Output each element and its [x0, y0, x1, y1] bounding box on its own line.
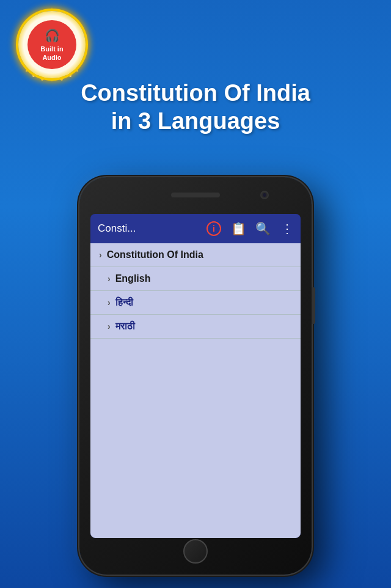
toolbar-title: Consti...	[95, 222, 205, 235]
hindi-label: हिन्दी	[115, 297, 133, 308]
marathi-label: मराठी	[115, 321, 135, 332]
more-icon: ⋮	[281, 221, 294, 236]
main-title: Constitution Of India in 3 Languages	[0, 79, 391, 135]
english-arrow-icon: ›	[108, 274, 111, 284]
tree-root-item[interactable]: › Constitution Of India	[90, 243, 301, 267]
info-icon: i	[206, 221, 221, 236]
title-line1: Constitution Of India	[24, 79, 367, 108]
tree-item-hindi[interactable]: › हिन्दी	[90, 291, 301, 315]
app-screen: Consti... i 📋 🔍	[90, 214, 301, 538]
marathi-arrow-icon: ›	[108, 322, 111, 331]
phone-mockup: Consti... i 📋 🔍	[79, 177, 312, 575]
search-icon-button[interactable]: 🔍	[254, 220, 271, 237]
phone-side-button	[312, 287, 315, 324]
title-line2: in 3 Languages	[24, 108, 367, 136]
search-icon: 🔍	[255, 221, 271, 236]
more-options-button[interactable]: ⋮	[279, 220, 296, 237]
badge-text-line2: Audio	[42, 53, 61, 62]
phone-body: Consti... i 📋 🔍	[79, 177, 312, 575]
toolbar-icons: i 📋 🔍 ⋮	[205, 220, 296, 237]
clipboard-icon-button[interactable]: 📋	[230, 220, 247, 237]
hindi-arrow-icon: ›	[108, 298, 111, 307]
tree-item-english[interactable]: › English	[90, 267, 301, 291]
info-icon-button[interactable]: i	[205, 220, 222, 237]
phone-screen: Consti... i 📋 🔍	[90, 214, 301, 538]
root-label: Constitution Of India	[107, 249, 203, 260]
app-toolbar: Consti... i 📋 🔍	[90, 214, 301, 243]
badge-container: 🎧 Built in Audio	[18, 11, 86, 78]
root-arrow-icon: ›	[99, 250, 102, 260]
clipboard-icon: 📋	[231, 221, 246, 236]
badge-text-line1: Built in	[40, 45, 63, 53]
english-label: English	[115, 273, 151, 284]
headphones-icon: 🎧	[45, 28, 60, 43]
phone-speaker	[171, 193, 220, 197]
phone-home-button[interactable]	[183, 539, 208, 564]
app-content: › Constitution Of India › English › हिन्…	[90, 243, 301, 538]
badge-outer-ring: 🎧 Built in Audio	[18, 11, 86, 78]
badge-inner: 🎧 Built in Audio	[27, 20, 76, 69]
tree-item-marathi[interactable]: › मराठी	[90, 315, 301, 339]
phone-camera	[260, 191, 269, 199]
